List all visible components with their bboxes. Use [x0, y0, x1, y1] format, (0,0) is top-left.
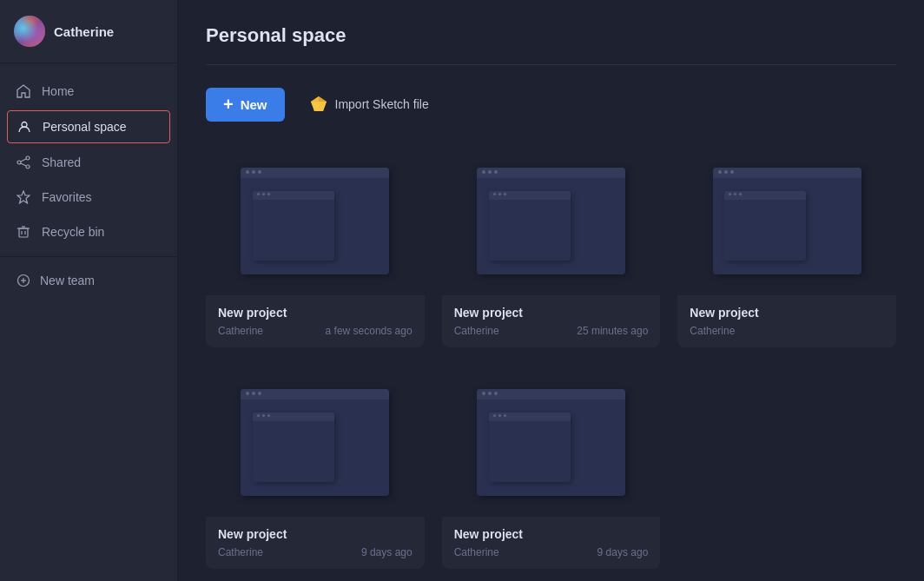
project-time: 25 minutes ago — [577, 325, 648, 337]
project-time: 9 days ago — [361, 546, 412, 558]
project-meta: Catherine a few seconds ago — [218, 325, 412, 337]
dot — [488, 392, 492, 395]
project-name: New project — [454, 306, 649, 320]
project-card[interactable]: New project Catherine — [677, 143, 896, 347]
project-owner: Catherine — [690, 325, 735, 337]
sidebar-item-shared-label: Shared — [42, 155, 81, 169]
sidebar-item-personal-space[interactable]: Personal space — [7, 110, 170, 143]
dot — [730, 170, 734, 174]
new-team-label: New team — [40, 274, 95, 287]
dot — [493, 193, 496, 195]
window-dots — [718, 170, 734, 174]
project-name: New project — [218, 527, 412, 541]
project-card[interactable]: New project Catherine 9 days ago — [442, 365, 661, 569]
project-owner: Catherine — [218, 325, 263, 337]
project-time: a few seconds ago — [326, 325, 412, 337]
sidebar-item-recycle-bin[interactable]: Recycle bin — [0, 215, 177, 249]
mock-window — [241, 168, 389, 274]
project-owner: Catherine — [218, 546, 263, 558]
inner-window — [724, 191, 806, 261]
mock-window — [477, 389, 625, 496]
dot — [257, 193, 260, 195]
project-name: New project — [454, 527, 649, 541]
dot — [504, 414, 506, 417]
project-time: 9 days ago — [597, 546, 649, 558]
window-dots — [246, 392, 261, 395]
window-dots — [482, 392, 498, 395]
dot — [498, 193, 501, 195]
project-info: New project Catherine 9 days ago — [442, 517, 661, 569]
project-meta: Catherine 9 days ago — [454, 546, 649, 558]
dot — [494, 170, 498, 174]
dot — [718, 170, 722, 174]
sidebar-item-new-team[interactable]: New team — [0, 264, 177, 297]
project-thumbnail — [677, 143, 896, 295]
project-thumbnail — [206, 143, 425, 295]
dot — [729, 193, 731, 195]
window-dots — [482, 170, 498, 174]
plus-circle-icon — [16, 273, 31, 288]
title-divider — [206, 64, 896, 65]
inner-window — [489, 413, 571, 482]
new-button-label: New — [241, 97, 267, 112]
mock-window — [477, 168, 625, 274]
svg-line-4 — [21, 159, 26, 162]
sketch-icon — [309, 95, 328, 114]
dot — [258, 170, 261, 174]
svg-marker-6 — [17, 191, 30, 203]
sidebar-item-personal-space-label: Personal space — [43, 120, 127, 134]
project-card[interactable]: New project Catherine 9 days ago — [206, 365, 425, 569]
new-button[interactable]: + New — [206, 88, 285, 122]
sidebar-item-home[interactable]: Home — [0, 74, 177, 109]
sidebar-item-home-label: Home — [42, 84, 74, 98]
project-thumbnail — [206, 365, 425, 517]
dot — [739, 193, 742, 195]
dot — [252, 170, 255, 174]
sidebar-divider — [0, 256, 177, 257]
dot — [257, 414, 260, 417]
dot — [493, 414, 496, 417]
trash-icon — [16, 224, 31, 240]
project-card[interactable]: New project Catherine a few seconds ago — [206, 143, 425, 347]
sidebar: Catherine Home Personal space — [0, 0, 178, 581]
project-name: New project — [218, 306, 412, 320]
sidebar-nav: Home Personal space — [0, 63, 177, 581]
inner-dots — [257, 193, 270, 195]
project-info: New project Catherine a few seconds ago — [206, 295, 425, 347]
dot — [482, 170, 485, 174]
dot — [498, 414, 501, 417]
dot — [252, 392, 255, 395]
svg-point-2 — [17, 161, 21, 164]
project-info: New project Catherine 9 days ago — [206, 517, 425, 569]
import-sketch-button[interactable]: Import Sketch file — [299, 86, 439, 122]
dot — [267, 414, 270, 417]
project-info: New project Catherine 25 minutes ago — [442, 295, 661, 347]
svg-point-1 — [26, 156, 30, 160]
import-button-label: Import Sketch file — [335, 97, 429, 111]
project-thumbnail — [442, 143, 661, 295]
projects-grid: New project Catherine a few seconds ago — [206, 143, 896, 569]
project-meta: Catherine — [690, 325, 884, 337]
page-title: Personal space — [206, 24, 896, 47]
share-icon — [16, 155, 31, 170]
project-meta: Catherine 25 minutes ago — [454, 325, 649, 337]
svg-marker-18 — [311, 102, 327, 111]
dot — [482, 392, 485, 395]
dot — [267, 193, 270, 195]
inner-dots — [729, 193, 742, 195]
dot — [246, 392, 249, 395]
project-name: New project — [690, 306, 884, 320]
sidebar-item-shared[interactable]: Shared — [0, 145, 177, 180]
dot — [262, 414, 265, 417]
project-owner: Catherine — [454, 546, 499, 558]
dot — [258, 392, 261, 395]
svg-point-3 — [26, 165, 30, 168]
project-meta: Catherine 9 days ago — [218, 546, 412, 558]
inner-window — [253, 191, 334, 261]
sidebar-item-favorites[interactable]: Favorites — [0, 180, 177, 215]
dot — [262, 193, 265, 195]
star-icon — [16, 189, 31, 205]
project-card[interactable]: New project Catherine 25 minutes ago — [442, 143, 661, 347]
dot — [724, 170, 728, 174]
inner-dots — [493, 193, 506, 195]
